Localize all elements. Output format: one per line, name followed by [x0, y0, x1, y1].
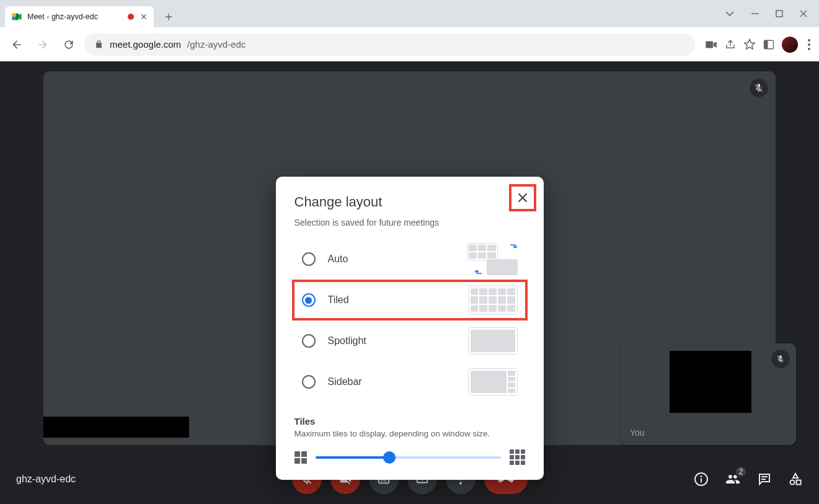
thumb-sidebar-icon — [467, 368, 518, 396]
label-tiled: Tiled — [328, 294, 454, 306]
side-panel-icon[interactable] — [763, 39, 774, 50]
layout-option-spotlight[interactable]: Spotlight — [294, 321, 525, 361]
window-minimize-icon[interactable] — [751, 9, 759, 18]
tiles-heading: Tiles — [294, 416, 525, 427]
svg-rect-2 — [12, 17, 16, 20]
thumb-auto-icon — [467, 243, 518, 275]
browser-toolbar: meet.google.com/ghz-ayvd-edc — [0, 27, 819, 61]
new-tab-button[interactable]: ＋ — [160, 7, 177, 25]
self-video-thumb — [670, 351, 751, 413]
participant-name-redacted — [43, 417, 189, 438]
tiles-slider[interactable] — [316, 451, 501, 464]
meet-app: You ghz-ayvd-edc CC — [0, 61, 819, 504]
svg-rect-16 — [701, 479, 702, 483]
thumb-spotlight-icon — [467, 327, 518, 355]
change-layout-dialog: Change layout Selection is saved for fut… — [276, 177, 544, 480]
label-sidebar: Sidebar — [328, 376, 454, 387]
window-controls — [716, 0, 817, 27]
participant-mic-muted-icon — [750, 79, 768, 97]
thumb-tiled-icon — [467, 286, 518, 314]
url-path: /ghz-ayvd-edc — [187, 39, 246, 50]
activities-button[interactable] — [788, 472, 803, 487]
dialog-close-button[interactable] — [511, 187, 534, 209]
radio-tiled[interactable] — [302, 293, 316, 307]
address-bar[interactable]: meet.google.com/ghz-ayvd-edc — [84, 33, 695, 56]
label-spotlight: Spotlight — [328, 335, 454, 347]
nav-reload-button[interactable] — [58, 34, 79, 55]
nav-back-button[interactable] — [6, 34, 27, 55]
tiles-min-icon — [294, 451, 307, 464]
svg-rect-1 — [12, 14, 16, 17]
recording-indicator-icon — [128, 14, 134, 20]
meeting-code: ghz-ayvd-edc — [16, 474, 76, 485]
nav-forward-button — [32, 34, 53, 55]
svg-rect-20 — [797, 480, 801, 485]
tab-title: Meet - ghz-ayvd-edc — [27, 12, 128, 21]
browser-menu-icon[interactable] — [805, 37, 813, 53]
tab-search-icon[interactable] — [725, 9, 735, 19]
label-auto: Auto — [328, 254, 454, 265]
self-label: You — [630, 428, 645, 438]
participant-count-badge: 2 — [735, 466, 747, 478]
slider-knob[interactable] — [383, 451, 396, 464]
dialog-subtitle: Selection is saved for future meetings — [294, 218, 525, 228]
tiles-subtext: Maximum tiles to display, depending on w… — [294, 429, 525, 438]
self-mic-muted-icon — [771, 350, 790, 368]
profile-avatar[interactable] — [782, 37, 798, 53]
tiles-slider-row — [294, 449, 525, 465]
slider-fill — [316, 456, 390, 459]
dialog-title: Change layout — [294, 194, 525, 210]
svg-rect-5 — [706, 41, 713, 48]
layout-options: Auto Tiled Spot — [294, 239, 525, 402]
browser-tab[interactable]: Meet - ghz-ayvd-edc ✕ — [5, 6, 154, 27]
url-domain: meet.google.com — [110, 39, 181, 50]
meet-favicon — [11, 11, 22, 22]
window-maximize-icon[interactable] — [776, 10, 783, 17]
svg-rect-4 — [776, 11, 782, 17]
lock-icon — [94, 40, 104, 49]
toolbar-actions — [705, 37, 813, 53]
side-panel-controls: 2 — [694, 472, 803, 487]
participants-button[interactable]: 2 — [725, 472, 741, 487]
tab-strip: Meet - ghz-ayvd-edc ✕ ＋ — [0, 0, 819, 27]
radio-auto[interactable] — [302, 252, 316, 266]
tab-close-icon[interactable]: ✕ — [140, 12, 148, 22]
share-icon[interactable] — [725, 39, 736, 50]
layout-option-sidebar[interactable]: Sidebar — [294, 361, 525, 402]
chat-button[interactable] — [757, 472, 772, 487]
tiles-max-icon — [510, 449, 525, 465]
svg-rect-7 — [764, 40, 768, 49]
browser-chrome: Meet - ghz-ayvd-edc ✕ ＋ meet.google.com/… — [0, 0, 819, 61]
camera-indicator-icon[interactable] — [705, 40, 717, 50]
svg-point-15 — [701, 475, 702, 477]
svg-point-13 — [459, 482, 462, 485]
radio-sidebar[interactable] — [302, 375, 316, 389]
svg-point-19 — [790, 480, 795, 485]
radio-spotlight[interactable] — [302, 334, 316, 348]
bookmark-star-icon[interactable] — [743, 38, 756, 51]
self-view-tile[interactable]: You — [620, 343, 796, 445]
layout-option-auto[interactable]: Auto — [294, 239, 525, 280]
layout-option-tiled[interactable]: Tiled — [292, 280, 528, 321]
window-close-icon[interactable] — [799, 9, 808, 18]
meeting-details-button[interactable] — [694, 472, 709, 487]
